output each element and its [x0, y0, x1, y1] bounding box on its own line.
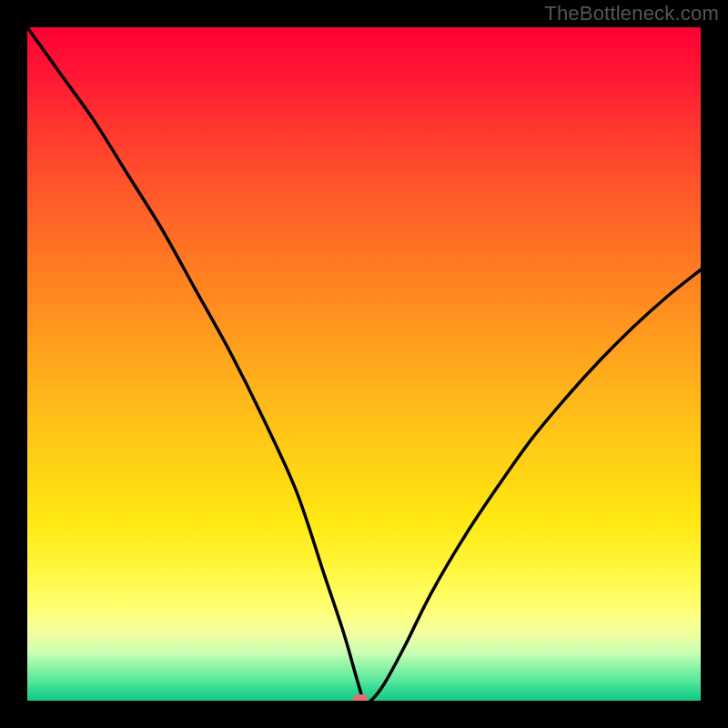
minimum-marker-icon — [353, 694, 368, 701]
watermark-text: TheBottleneck.com — [544, 2, 719, 25]
chart-frame: TheBottleneck.com — [0, 0, 728, 728]
bottleneck-curve — [27, 27, 701, 701]
plot-area — [27, 27, 701, 701]
